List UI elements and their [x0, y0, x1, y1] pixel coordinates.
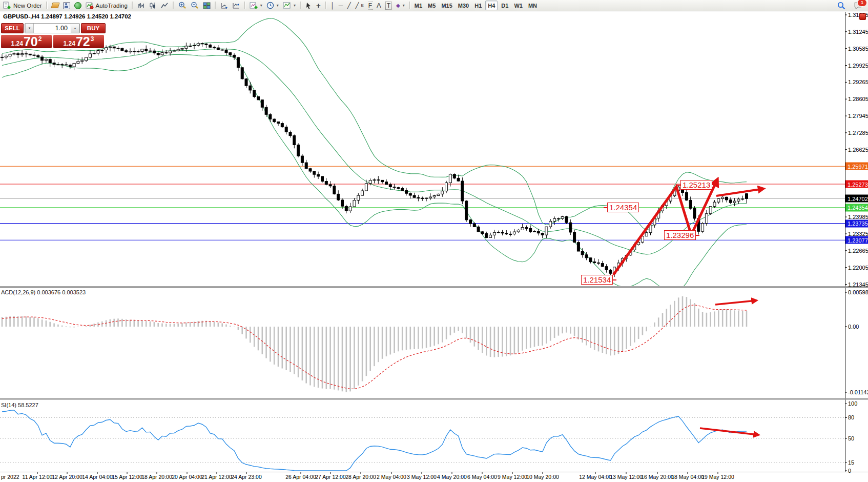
buy-price-panel[interactable]: 1.24723: [53, 35, 104, 48]
horizontal-line-icon: ─: [339, 2, 343, 9]
time-axis-label: 24 Apr 23:00: [231, 474, 262, 480]
timeframe-d1-button[interactable]: D1: [499, 1, 510, 10]
time-axis-label: 9 May 12:00: [498, 474, 527, 480]
sell-price-prefix: 1.24: [11, 39, 23, 48]
time-axis-label: 28 Apr 20:00: [345, 474, 376, 480]
price-chart-svg: [0, 0, 868, 482]
toolbar-right-group: 1: [835, 1, 868, 10]
dropdown-icon: ▾: [403, 3, 405, 8]
chat-button[interactable]: 1: [854, 2, 863, 10]
timeframe-m5-button[interactable]: M5: [426, 1, 438, 10]
sound-button[interactable]: [72, 1, 84, 10]
toolbar-separator: [215, 2, 216, 9]
time-axis-label: 18 Apr 20:00: [141, 474, 172, 480]
line-chart-button[interactable]: [159, 1, 171, 10]
zoom-in-button[interactable]: [176, 1, 189, 10]
dropdown-icon: ▾: [277, 3, 279, 8]
tile-windows-icon: [203, 2, 211, 9]
new-order-label: New Order: [13, 3, 42, 9]
price-level-label: 1.23077: [845, 236, 868, 244]
fibonacci-button[interactable]: F: [366, 1, 375, 10]
periods-button[interactable]: ▾: [264, 1, 281, 10]
arrows-icon: ◆: [396, 3, 400, 8]
price-axis-tick: 1.22665: [848, 248, 868, 254]
volume-increase-button[interactable]: ▲: [71, 24, 79, 33]
candlestick-chart-button[interactable]: [147, 1, 159, 10]
sell-price-panel[interactable]: 1.24702: [1, 35, 52, 48]
autotrading-label: AutoTrading: [96, 3, 128, 9]
dropdown-icon: ▾: [294, 3, 296, 8]
search-icon: [837, 2, 845, 10]
price-annotation: 1.25213: [680, 180, 712, 190]
price-level-label: 1.23735: [845, 219, 868, 227]
channel-letter: E: [361, 3, 363, 8]
brush-icon: [51, 3, 59, 8]
macd-indicator-label: ACD(12,26,9) 0.003676 0.003523: [1, 289, 86, 295]
zoom-out-button[interactable]: [189, 1, 201, 10]
templates-icon: [283, 2, 291, 9]
channel-icon: ╱: [355, 2, 359, 9]
crosshair-button[interactable]: +: [314, 1, 323, 10]
toolbar-separator: [300, 2, 301, 9]
sell-price-big: 70: [24, 36, 38, 48]
sell-price-sup: 2: [38, 35, 42, 43]
time-axis-label: 3 May 12:00: [407, 474, 437, 480]
tile-windows-button[interactable]: [201, 1, 213, 10]
timeframe-m15-button[interactable]: M15: [439, 1, 454, 10]
zoom-in-icon: [178, 2, 187, 9]
indicators-button[interactable]: ▾: [247, 1, 264, 10]
new-order-button[interactable]: New Order: [1, 1, 44, 10]
bar-chart-button[interactable]: [135, 1, 147, 10]
candlestick-chart-icon: [149, 2, 157, 9]
cursor-button[interactable]: [303, 1, 314, 10]
text-label-button[interactable]: T: [383, 1, 394, 10]
sound-icon: [74, 2, 81, 9]
sell-button[interactable]: SELL: [1, 23, 24, 33]
toolbar-separator: [244, 2, 245, 9]
timeframe-m30-button[interactable]: M30: [456, 1, 471, 10]
toolbar-separator: [46, 2, 48, 9]
profile-button[interactable]: [61, 1, 72, 10]
chart-shift-button[interactable]: [230, 1, 242, 10]
buy-price-sup: 3: [91, 35, 94, 43]
volume-decrease-button[interactable]: ▼: [25, 24, 34, 33]
timeframe-w1-button[interactable]: W1: [512, 1, 525, 10]
auto-scroll-button[interactable]: [218, 1, 230, 10]
notification-badge: 1: [857, 0, 867, 7]
price-annotation: 1.21534: [581, 275, 613, 285]
time-axis-label: 19 May 12:00: [701, 474, 734, 480]
rsi-axis-tick: 50: [848, 435, 854, 441]
rsi-axis-tick: 0: [848, 468, 851, 474]
arrows-button[interactable]: ◆▾: [394, 1, 407, 10]
chart-alert-icon[interactable]: [859, 13, 866, 20]
time-axis-label: 14 Apr 04:00: [82, 474, 113, 480]
timeframe-h1-button[interactable]: H1: [472, 1, 484, 10]
rsi-axis-tick: 100: [848, 400, 857, 407]
volume-input[interactable]: [34, 24, 71, 33]
text-button[interactable]: A: [375, 1, 383, 10]
timeframe-m1-button[interactable]: M1: [412, 1, 424, 10]
style-painter-button[interactable]: [50, 1, 61, 10]
search-button[interactable]: [835, 1, 848, 10]
vertical-line-button[interactable]: │: [328, 1, 337, 10]
timeframe-mn-button[interactable]: MN: [526, 1, 539, 10]
buy-button[interactable]: BUY: [81, 23, 106, 33]
time-axis-label: pr 2022: [1, 474, 19, 480]
templates-button[interactable]: ▾: [281, 1, 298, 10]
time-axis-label: 2 May 04:00: [377, 474, 406, 480]
macd-axis-tick: 0.005982: [848, 289, 868, 295]
volume-control: ▼ ▲: [25, 23, 80, 33]
autotrading-button[interactable]: AutoTrading: [84, 1, 130, 10]
price-axis-tick: 1.30585: [848, 46, 868, 52]
vertical-line-icon: │: [330, 2, 335, 9]
dropdown-icon: ▾: [260, 3, 262, 8]
time-axis-label: 11 Apr 12:00: [23, 474, 53, 480]
bar-chart-icon: [137, 2, 145, 9]
price-annotation: 1.24354: [607, 203, 639, 212]
rsi-indicator-label: SI(14) 58.5227: [1, 402, 38, 408]
channel-button[interactable]: ╱E: [353, 1, 366, 10]
price-axis-tick: 1.26625: [848, 147, 868, 153]
timeframe-h4-button[interactable]: H4: [485, 1, 498, 10]
horizontal-line-button[interactable]: ─: [337, 1, 345, 10]
trendline-button[interactable]: ╱: [345, 1, 353, 10]
